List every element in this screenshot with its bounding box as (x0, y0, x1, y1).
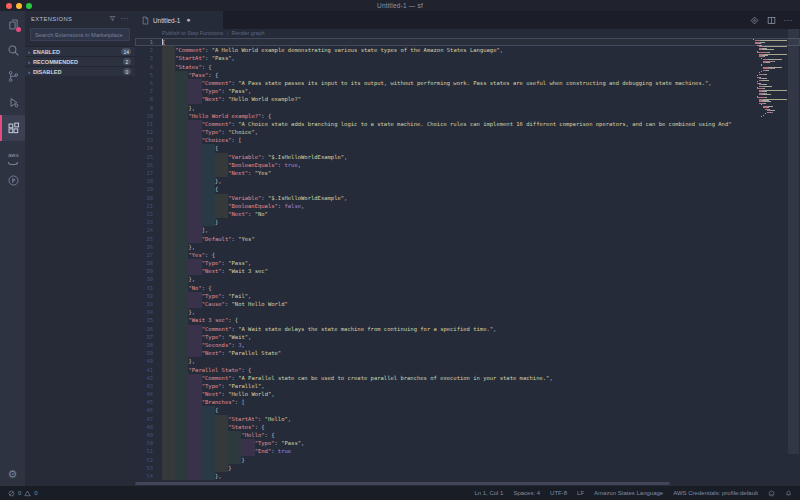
eol-sequence[interactable]: LF (577, 490, 584, 496)
section-disabled[interactable]: › DISABLED 0 (25, 66, 135, 76)
filter-icon[interactable] (109, 15, 116, 22)
code-line[interactable]: 18}, (135, 177, 800, 185)
activity-extensions[interactable] (0, 115, 25, 141)
line-number: 21 (135, 202, 162, 210)
code-line[interactable]: 42"Comment": "A Parallel state can be us… (135, 374, 800, 382)
code-line[interactable]: 39"Next": "Parallel State" (135, 349, 800, 357)
code-line[interactable]: 22"Next": "No" (135, 210, 800, 218)
problems-status[interactable]: 0 0 (8, 490, 38, 497)
code-line[interactable]: 33"Cause": "Not Hello World" (135, 300, 800, 308)
code-line[interactable]: 44"Next": "Hello World", (135, 390, 800, 398)
code-line[interactable]: 26}, (135, 243, 800, 251)
code-line[interactable]: 41"Parallel State": { (135, 366, 800, 374)
line-number: 36 (135, 325, 162, 333)
code-editor[interactable]: Publish to Step Functions | Render graph… (135, 29, 800, 486)
code-line[interactable]: 17"Next": "Yes" (135, 169, 800, 177)
code-line[interactable]: 35"Wait 3 sec": { (135, 316, 800, 324)
line-number: 29 (135, 267, 162, 275)
aws-credentials[interactable]: AWS Credentials: profile:default (673, 490, 758, 496)
code-line[interactable]: 52} (135, 456, 800, 464)
code-line[interactable]: 13"Choices": [ (135, 136, 800, 144)
code-line[interactable]: 21"BooleanEquals": false, (135, 202, 800, 210)
code-line[interactable]: 27"Yes": { (135, 251, 800, 259)
code-line[interactable]: 19{ (135, 185, 800, 193)
bell-icon[interactable] (785, 490, 792, 497)
cursor-position[interactable]: Ln 1, Col 1 (474, 490, 503, 496)
code-line[interactable]: 5"Pass": { (135, 71, 800, 79)
editor-more-actions-icon[interactable]: ··· (784, 16, 794, 25)
code-line[interactable]: 53} (135, 464, 800, 472)
line-number: 50 (135, 439, 162, 447)
activity-aws-toolkit[interactable]: aws (0, 141, 25, 167)
code-line[interactable]: 50"Type": "Pass", (135, 439, 800, 447)
line-number: 22 (135, 210, 162, 218)
code-line[interactable]: 43"Type": "Parallel", (135, 382, 800, 390)
line-number: 12 (135, 128, 162, 136)
code-line[interactable]: 49"Hello": { (135, 431, 800, 439)
feedback-icon[interactable] (768, 490, 775, 497)
publish-to-step-functions-link[interactable]: Publish to Step Functions (162, 30, 223, 36)
code-line[interactable]: 3"StartAt": "Pass", (135, 54, 800, 62)
code-line[interactable]: 10"Hello World example?": { (135, 112, 800, 120)
code-line[interactable]: 23} (135, 218, 800, 226)
code-line[interactable]: 48"States": { (135, 423, 800, 431)
code-line[interactable]: 51"End": true (135, 447, 800, 455)
gear-icon: ⚙ (8, 468, 18, 481)
code-line[interactable]: 20"Variable": "$.IsHelloWorldExample", (135, 194, 800, 202)
language-mode[interactable]: Amazon States Language (594, 490, 663, 496)
code-lines[interactable]: 1{2"Comment": "A Hello World example dem… (135, 38, 800, 480)
code-line[interactable]: 4"States": { (135, 63, 800, 71)
code-line[interactable]: 8"Next": "Hello World example?" (135, 95, 800, 103)
code-line[interactable]: 47"StartAt": "Hello", (135, 415, 800, 423)
code-line[interactable]: 1{ (135, 38, 800, 46)
code-line[interactable]: 38"Seconds": 3, (135, 341, 800, 349)
code-line[interactable]: 9}, (135, 104, 800, 112)
activity-aws-tool[interactable] (0, 167, 25, 193)
render-graph-icon[interactable] (750, 16, 759, 25)
code-line[interactable]: 54}, (135, 472, 800, 480)
code-line[interactable]: 37"Type": "Wait", (135, 333, 800, 341)
vertical-scrollbar[interactable] (787, 29, 800, 486)
activity-search[interactable] (0, 37, 25, 63)
section-enabled[interactable]: › ENABLED 14 (25, 46, 135, 56)
section-recommended[interactable]: › RECOMMENDED 2 (25, 56, 135, 66)
code-line[interactable]: 25"Default": "Yes" (135, 235, 800, 243)
sidebar-more-actions-icon[interactable]: ··· (121, 17, 130, 20)
code-line[interactable]: 45"Branches": [ (135, 398, 800, 406)
activity-source-control[interactable] (0, 63, 25, 89)
line-number: 17 (135, 169, 162, 177)
indentation[interactable]: Spaces: 4 (513, 490, 540, 496)
warning-icon (24, 490, 31, 497)
code-line[interactable]: 7"Type": "Pass", (135, 87, 800, 95)
code-line[interactable]: 12"Type": "Choice", (135, 128, 800, 136)
extensions-search-input[interactable] (31, 32, 129, 38)
code-line[interactable]: 24], (135, 226, 800, 234)
tab-untitled-1[interactable]: Untitled-1 ● (135, 11, 223, 29)
code-line[interactable]: 34}, (135, 308, 800, 316)
code-line[interactable]: 28"Type": "Pass", (135, 259, 800, 267)
code-line[interactable]: 29"Next": "Wait 3 sec" (135, 267, 800, 275)
code-line[interactable]: 46{ (135, 406, 800, 414)
code-line[interactable]: 14{ (135, 144, 800, 152)
code-line[interactable]: 16"BooleanEquals": true, (135, 161, 800, 169)
code-line[interactable]: 36"Comment": "A Wait state delays the st… (135, 325, 800, 333)
code-line[interactable]: 30}, (135, 275, 800, 283)
render-graph-link[interactable]: Render graph (232, 30, 265, 36)
code-line[interactable]: 32"Type": "Fail", (135, 292, 800, 300)
split-editor-icon[interactable] (767, 16, 776, 25)
line-number: 16 (135, 161, 162, 169)
code-line[interactable]: 11"Comment": "A Choice state adds branch… (135, 120, 800, 128)
code-line[interactable]: 40}, (135, 357, 800, 365)
code-line[interactable]: 2"Comment": "A Hello World example demon… (135, 46, 800, 54)
code-line[interactable]: 6"Comment": "A Pass state passes its inp… (135, 79, 800, 87)
activity-explorer[interactable] (0, 11, 25, 37)
manage-button[interactable]: ⚙ (0, 462, 25, 486)
line-number: 10 (135, 112, 162, 120)
activity-run-debug[interactable] (0, 89, 25, 115)
code-line[interactable]: 15"Variable": "$.IsHelloWorldExample", (135, 153, 800, 161)
line-number: 23 (135, 218, 162, 226)
code-line[interactable]: 31"No": { (135, 284, 800, 292)
encoding[interactable]: UTF-8 (550, 490, 567, 496)
search-icon (7, 44, 20, 57)
minimap[interactable] (753, 39, 787, 117)
